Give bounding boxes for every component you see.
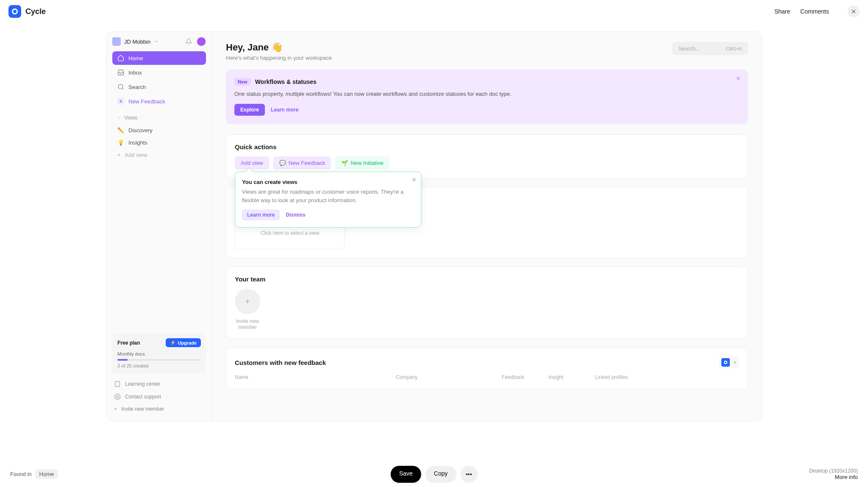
nav-label: Search	[128, 84, 146, 90]
app-frame: JD Mobbin Home Inbox	[106, 31, 762, 421]
section-title: Your team	[235, 276, 739, 283]
close-button[interactable]	[848, 6, 860, 17]
search-shortcut: CMD+K	[726, 46, 742, 51]
header-text: Hey, Jane 👋 Here's what's happening in y…	[226, 42, 332, 61]
workspace-name: JD Mobbin	[124, 39, 150, 45]
docs-count: 3 of 25 created	[117, 363, 201, 368]
workspace-row: JD Mobbin	[112, 37, 206, 46]
topbar-actions: Share Comments	[774, 6, 860, 17]
starred-sub: Click here to select a view	[244, 230, 336, 236]
customers-section: Customers with new feedback + Name Compa…	[226, 348, 748, 389]
learn-more-link[interactable]: Learn more	[271, 107, 298, 113]
banner-title: Workflows & statuses	[255, 78, 317, 85]
nav-label: Inbox	[128, 70, 142, 76]
col-name: Name	[235, 374, 396, 380]
add-view-button[interactable]: Add view	[235, 156, 269, 170]
tooltip-body: Views are great for roadmaps or customer…	[242, 188, 414, 204]
home-icon	[117, 55, 124, 61]
learning-center-link[interactable]: Learning center	[112, 378, 206, 390]
app-logo-icon	[8, 5, 21, 18]
search-icon	[117, 83, 124, 90]
greeting: Hey, Jane 👋	[226, 42, 332, 53]
caret-down-icon	[117, 116, 122, 120]
new-badge: New	[234, 78, 251, 86]
main-header: Hey, Jane 👋 Here's what's happening in y…	[226, 42, 748, 61]
quick-actions-section: Quick actions Add view 💬 New Feedback 🌱 …	[226, 134, 748, 178]
tooltip-learn-button[interactable]: Learn more	[242, 209, 280, 220]
col-insight: Insight	[548, 374, 595, 380]
new-feedback-button[interactable]: 💬 New Feedback	[273, 156, 331, 170]
invite-label: Invite new member	[235, 318, 260, 330]
team-row: Invite new member	[235, 289, 739, 330]
bell-icon	[185, 38, 192, 45]
docs-label: Monthly docs	[117, 351, 201, 356]
upgrade-button[interactable]: ⚡ Upgrade	[166, 338, 201, 347]
banner-head: New Workflows & statuses	[234, 78, 740, 86]
views-section-toggle[interactable]: Views	[112, 111, 206, 124]
main-content: Hey, Jane 👋 Here's what's happening in y…	[212, 32, 762, 421]
sidebar-bottom: Free plan ⚡ Upgrade Monthly docs 3 of 25…	[106, 327, 212, 421]
view-insights[interactable]: 💡 Insights	[112, 136, 206, 149]
banner-actions: Explore Learn more	[234, 104, 740, 116]
close-icon	[850, 8, 857, 15]
plan-label: Free plan	[117, 340, 140, 346]
nav-inbox[interactable]: Inbox	[112, 66, 206, 79]
section-title: Quick actions	[235, 143, 739, 150]
footer-label: Learning center	[125, 381, 160, 387]
invite-member-link[interactable]: + Invite new member	[112, 403, 206, 415]
user-avatar[interactable]	[197, 37, 206, 46]
search-placeholder: Search...	[678, 45, 700, 52]
customers-header: Customers with new feedback +	[235, 356, 739, 368]
comments-button[interactable]: Comments	[800, 8, 829, 15]
plan-row: Free plan ⚡ Upgrade	[117, 338, 201, 347]
explore-button[interactable]: Explore	[234, 104, 265, 116]
tooltip-close-button[interactable]: ✕	[412, 176, 417, 183]
tooltip-dismiss-button[interactable]: Dismiss	[286, 212, 305, 218]
nav-home[interactable]: Home	[112, 51, 206, 65]
svg-point-0	[118, 84, 123, 89]
cycle-logo-icon[interactable]	[721, 358, 730, 367]
customers-actions: +	[719, 356, 739, 368]
svg-rect-1	[115, 381, 120, 387]
nav-search[interactable]: Search	[112, 80, 206, 94]
col-linked: Linked profiles	[595, 374, 739, 380]
contact-support-link[interactable]: Contact support	[112, 390, 206, 403]
workspace-switcher[interactable]: JD Mobbin	[112, 37, 159, 46]
nav-label: New Feedback	[128, 98, 165, 105]
view-label: Discovery	[128, 127, 153, 134]
banner-body: One status property, multiple workflows!…	[234, 91, 740, 97]
banner-close-button[interactable]	[735, 75, 741, 83]
sprout-icon: 🌱	[341, 160, 348, 166]
brand: Cycle	[8, 5, 46, 18]
section-title: Customers with new feedback	[235, 359, 326, 366]
plus-icon: +	[114, 406, 117, 412]
add-integration-button[interactable]: +	[733, 359, 737, 366]
search-input[interactable]: Search... CMD+K	[672, 42, 748, 55]
add-view-label: Add view	[125, 152, 147, 158]
workspace-icons	[185, 37, 206, 46]
add-view-button[interactable]: + Add view	[112, 149, 206, 161]
plus-icon	[244, 298, 251, 305]
table-header: Name Company Feedback Insight Linked pro…	[235, 374, 739, 380]
invite-member-button[interactable]	[235, 289, 260, 314]
footer-label: Invite new member	[121, 406, 164, 412]
new-initiative-button[interactable]: 🌱 New Initiative	[335, 156, 389, 170]
nav-label: Home	[128, 55, 143, 61]
col-feedback: Feedback	[502, 374, 548, 380]
share-button[interactable]: Share	[774, 8, 790, 15]
chevron-down-icon	[154, 39, 159, 44]
subtitle: Here's what's happening in your workspac…	[226, 55, 332, 61]
workspace-avatar	[112, 37, 121, 46]
sidebar: JD Mobbin Home Inbox	[106, 32, 212, 421]
qa-label: New Initiative	[351, 160, 383, 166]
notifications-button[interactable]	[185, 38, 192, 45]
inbox-icon	[117, 69, 124, 76]
quick-actions-row: Add view 💬 New Feedback 🌱 New Initiative…	[235, 156, 739, 170]
svg-point-2	[114, 394, 120, 399]
nav-new-feedback[interactable]: + New Feedback	[112, 95, 206, 108]
view-label: Insights	[128, 139, 147, 146]
brand-name: Cycle	[25, 7, 46, 16]
view-discovery[interactable]: ✏️ Discovery	[112, 124, 206, 136]
onboarding-tooltip: ✕ You can create views Views are great f…	[235, 172, 421, 228]
plan-card: Free plan ⚡ Upgrade Monthly docs 3 of 25…	[112, 333, 206, 373]
